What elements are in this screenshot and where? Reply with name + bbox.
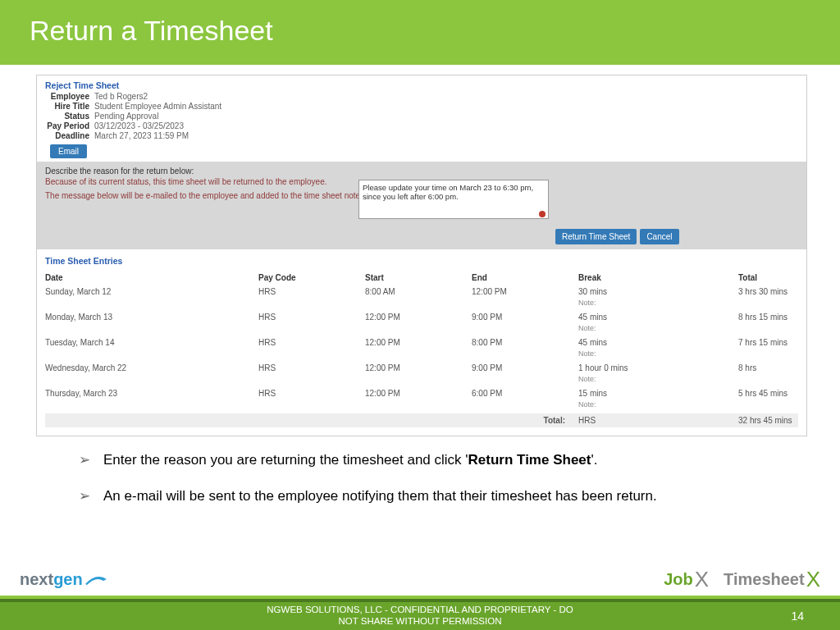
col-break: Break [578,271,738,285]
cell-break: 30 mins [578,285,738,299]
logo-row: nextgen JobX TimesheetX [0,567,840,592]
cell-date: Tuesday, March 14 [45,336,258,349]
col-start: Start [365,271,472,285]
reason-prompt: Describe the reason for the return below… [45,167,798,176]
col-end: End [472,271,578,285]
cell-date: Monday, March 13 [45,310,258,324]
reason-note: The message below will be e-mailed to th… [45,191,367,200]
cell-end: 12:00 PM [472,285,578,299]
note-label: Note: [578,400,738,412]
email-button[interactable]: Email [50,144,87,158]
deadline-value: March 27, 2023 11:59 PM [94,131,189,140]
cell-paycode: HRS [258,336,365,349]
cell-paycode: HRS [258,310,365,324]
cell-end: 8:00 PM [472,336,578,349]
reject-section: Reject Time Sheet EmployeeTed b Rogers2 … [37,75,806,162]
hiretitle-label: Hire Title [45,102,94,111]
cell-date: Sunday, March 12 [45,285,258,299]
employee-label: Employee [45,92,94,101]
payperiod-label: Pay Period [45,121,94,130]
swoosh-icon [85,574,107,586]
cell-date: Thursday, March 23 [45,386,258,400]
cell-end: 6:00 PM [472,386,578,400]
screenshot-panel: Reject Time Sheet EmployeeTed b Rogers2 … [36,75,807,436]
cell-end: 9:00 PM [472,310,578,324]
payperiod-value: 03/12/2023 - 03/25/2023 [94,121,184,130]
cell-start: 12:00 PM [365,336,472,349]
note-label: Note: [578,299,738,310]
status-value: Pending Approval [94,112,158,121]
employee-value: Ted b Rogers2 [94,92,148,101]
footer: NGWEB SOLUTIONS, LLC - CONFIDENTIAL AND … [0,596,840,630]
bullet-2: An e-mail will be sent to the employee n… [79,486,783,507]
cancel-button[interactable]: Cancel [640,229,678,244]
deadline-label: Deadline [45,131,94,140]
cell-date: Wednesday, March 22 [45,361,258,375]
entries-section: Time Sheet Entries Date Pay Code Start E… [37,249,806,436]
cell-paycode: HRS [258,361,365,375]
note-label: Note: [578,375,738,386]
note-label: Note: [578,324,738,336]
note-label: Note: [578,349,738,361]
cell-end: 9:00 PM [472,361,578,375]
instruction-bullets: Enter the reason you are returning the t… [79,450,783,506]
return-timesheet-button[interactable]: Return Time Sheet [555,229,637,244]
page-title: Return a Timesheet [30,15,810,47]
cell-start: 12:00 PM [365,386,472,400]
nextgen-logo: nextgen [20,570,107,589]
reason-textarea[interactable] [358,180,549,219]
cell-break: 45 mins [578,336,738,349]
cell-total: 3 hrs 30 mins [738,285,798,299]
reason-section: Describe the reason for the return below… [37,162,806,249]
cell-total: 8 hrs 15 mins [738,310,798,324]
cell-break: 45 mins [578,310,738,324]
cell-paycode: HRS [258,285,365,299]
page-number: 14 [791,609,804,623]
record-icon [539,211,546,217]
col-paycode: Pay Code [258,271,365,285]
col-total: Total [738,271,798,285]
slide-header: Return a Timesheet [0,0,840,65]
cell-break: 1 hour 0 mins [578,361,738,375]
reject-title: Reject Time Sheet [45,80,798,90]
cell-start: 12:00 PM [365,310,472,324]
cell-start: 12:00 PM [365,361,472,375]
timesheetx-logo: TimesheetX [724,567,820,592]
bullet-1: Enter the reason you are returning the t… [79,450,783,471]
hiretitle-value: Student Employee Admin Assistant [94,102,221,111]
col-date: Date [45,271,258,285]
jobx-logo: JobX [664,567,709,592]
cell-total: 5 hrs 45 mins [738,386,798,400]
entries-title: Time Sheet Entries [45,256,798,266]
total-row: Total:HRS32 hrs 45 mins [45,413,798,427]
cell-start: 8:00 AM [365,285,472,299]
status-label: Status [45,112,94,121]
cell-total: 7 hrs 15 mins [738,336,798,349]
cell-paycode: HRS [258,386,365,400]
entries-grid: Date Pay Code Start End Break Total Sund… [45,271,798,427]
cell-break: 15 mins [578,386,738,400]
cell-total: 8 hrs [738,361,798,375]
footer-text: NGWEB SOLUTIONS, LLC - CONFIDENTIAL AND … [264,605,576,628]
